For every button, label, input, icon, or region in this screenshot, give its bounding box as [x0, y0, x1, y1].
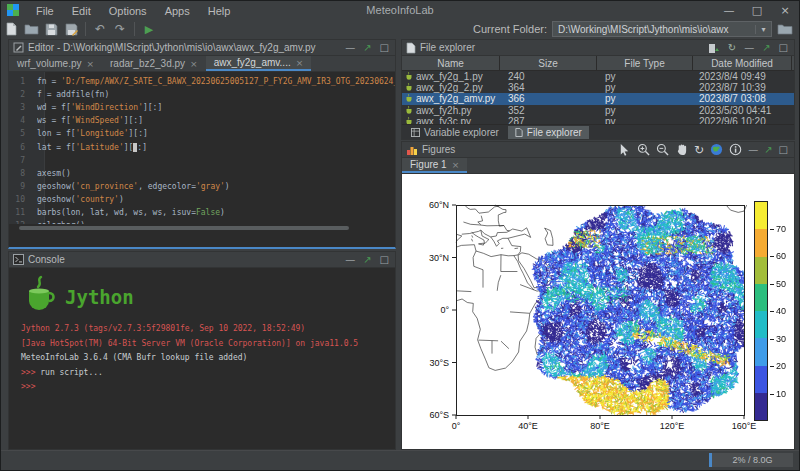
maximize-panel-icon[interactable]: □	[380, 43, 389, 53]
menu-help[interactable]: Help	[199, 5, 240, 17]
redo-button[interactable]: ↷	[110, 20, 130, 38]
globe-icon[interactable]	[710, 143, 723, 156]
save-button[interactable]	[41, 20, 61, 38]
close-tab-icon[interactable]: ×	[452, 160, 460, 170]
colorbar-segment	[755, 393, 767, 420]
python-file-icon	[405, 72, 413, 81]
code-line-8[interactable]: 8axesm()	[9, 167, 395, 180]
code-line-7[interactable]: 7	[9, 154, 395, 167]
table-row-awx_fy2g_amv.py[interactable]: awx_fy2g_amv.py366py2023/8/7 03:08	[402, 93, 794, 104]
maximize-panel-icon[interactable]: □	[779, 145, 788, 155]
chevron-down-icon[interactable]: ▾	[755, 25, 771, 34]
tab-file-explorer[interactable]: File explorer	[508, 126, 589, 139]
colorbar-tick-label: 30	[776, 335, 800, 344]
meteoinfolab-window: FileEditOptionsAppsHelp MeteoInfoLab — □…	[0, 0, 800, 471]
tab-label: File explorer	[527, 127, 582, 138]
minimize-panel-icon[interactable]: —	[744, 43, 754, 53]
cursor-icon[interactable]	[618, 143, 631, 156]
float-panel-icon[interactable]: ↗	[363, 43, 371, 53]
open-folder-button[interactable]	[21, 20, 41, 38]
pan-hand-icon[interactable]	[675, 143, 688, 156]
refresh-icon[interactable]: ↻	[728, 43, 736, 53]
code-text: lon = f['Longitude'][:]	[37, 129, 148, 138]
menu-file[interactable]: File	[27, 5, 63, 17]
minimize-panel-icon[interactable]: —	[345, 43, 355, 53]
run-icon: ▶	[145, 23, 153, 36]
zoom-out-icon[interactable]	[656, 143, 669, 156]
code-line-4[interactable]: 4ws = f['WindSpeed'][:]	[9, 114, 395, 127]
tab-variable-explorer[interactable]: Variable explorer	[404, 126, 506, 139]
identify-info-icon[interactable]	[729, 143, 742, 156]
minimize-panel-icon[interactable]: —	[748, 145, 758, 155]
open-in-editor-icon[interactable]	[708, 42, 720, 54]
column-header-name[interactable]: Name	[402, 56, 500, 70]
tab-figure-1[interactable]: Figure 1 ×	[402, 158, 467, 173]
new-file-button[interactable]	[1, 20, 21, 38]
code-line-3[interactable]: 3wd = f['WindDirection'][:]	[9, 101, 395, 114]
close-tab-icon[interactable]: ×	[190, 59, 198, 69]
save-as-button[interactable]	[61, 20, 81, 38]
close-tab-icon[interactable]: ×	[86, 59, 94, 69]
editor-tab-awx-fy2g-amv-[interactable]: awx_fy2g_amv....×	[206, 56, 312, 71]
current-folder-combo[interactable]: D:\Working\MIScript\Jython\mis\io\awx ▾	[552, 21, 772, 37]
colorbar-tick	[770, 366, 774, 367]
current-folder-label: Current Folder:	[473, 23, 547, 35]
table-row-awx_fy2h.py[interactable]: awx_fy2h.py352py2023/5/30 04:41	[402, 105, 794, 116]
tab-label: awx_fy2g_amv....	[214, 57, 291, 68]
scrollbar-thumb[interactable]	[19, 226, 349, 230]
close-tab-icon[interactable]: ×	[296, 58, 304, 68]
file-date-modified: 2023/8/7 10:39	[693, 82, 792, 93]
code-line-9[interactable]: 9geoshow('cn_province', edgecolor='gray'…	[9, 180, 395, 193]
zoom-in-icon[interactable]	[637, 143, 650, 156]
table-row-awx_fy2g_1.py[interactable]: awx_fy2g_1.py240py2023/8/4 09:49	[402, 71, 794, 82]
menu-options[interactable]: Options	[100, 5, 156, 17]
editor-tab-wrf-volume-py[interactable]: wrf_volume.py×	[9, 56, 102, 71]
file-type: py	[597, 93, 693, 104]
maximize-panel-icon[interactable]: □	[380, 255, 389, 265]
figure-canvas-area[interactable]: 0°40°E80°E120°E160°E60°N30°N0°30°S60°S 1…	[402, 174, 794, 449]
browse-folder-button[interactable]	[777, 23, 793, 35]
editor-tab-radar-bz2-3d-py[interactable]: radar_bz2_3d.py×	[102, 56, 206, 71]
memory-indicator[interactable]: 2% / 8.0G	[709, 453, 793, 467]
menu-apps[interactable]: Apps	[156, 5, 199, 17]
line-number: 10	[9, 195, 37, 204]
code-line-10[interactable]: 10geoshow('country')	[9, 193, 395, 206]
menu-edit[interactable]: Edit	[63, 5, 100, 17]
code-line-1[interactable]: 1fn = 'D:/Temp/AWX/Z_SATE_C_BAWX_2023062…	[9, 75, 395, 88]
file-size: 240	[500, 71, 597, 82]
y-tick-label: 30°N	[429, 253, 449, 263]
colorbar-tick	[770, 311, 774, 312]
console-lines: Jython 2.7.3 (tags/v2.7.3:5f29801fe, Sep…	[21, 324, 395, 397]
code-line-11[interactable]: 11barbs(lon, lat, wd, ws, ws, isuv=False…	[9, 206, 395, 219]
colorbar-tick-label: 70	[776, 225, 800, 234]
float-panel-icon[interactable]: ↗	[764, 145, 772, 155]
code-line-2[interactable]: 2f = addfile(fn)	[9, 88, 395, 101]
file-size: 352	[500, 105, 597, 116]
jython-logo-text: Jython	[65, 286, 134, 308]
window-maximize-button[interactable]: □	[743, 4, 771, 17]
column-header-date-modified[interactable]: Date Modified	[693, 56, 792, 70]
x-tick-label: 80°E	[590, 421, 610, 431]
code-line-5[interactable]: 5lon = f['Longitude'][:]	[9, 127, 395, 140]
column-header-size[interactable]: Size	[500, 56, 597, 70]
window-close-button[interactable]: ×	[771, 4, 799, 17]
line-number: 11	[9, 208, 37, 217]
file-size: 366	[500, 93, 597, 104]
float-panel-icon[interactable]: ↗	[363, 255, 371, 265]
console-output[interactable]: Jython Jython 2.7.3 (tags/v2.7.3:5f29801…	[9, 268, 395, 397]
table-row-awx_fy2g_2.py[interactable]: awx_fy2g_2.py364py2023/8/7 10:39	[402, 82, 794, 93]
file-type: py	[597, 82, 693, 93]
float-panel-icon[interactable]: ↗	[762, 43, 770, 53]
window-minimize-button[interactable]: —	[715, 4, 743, 17]
maximize-panel-icon[interactable]: □	[779, 43, 788, 53]
code-text: wd = f['WindDirection'][:]	[37, 103, 162, 112]
code-area[interactable]: 1fn = 'D:/Temp/AWX/Z_SATE_C_BAWX_2023062…	[9, 72, 395, 232]
file-name: awx_fy2g_amv.py	[416, 93, 495, 104]
column-header-file-type[interactable]: File Type	[597, 56, 693, 70]
run-script-button[interactable]: ▶	[139, 20, 159, 38]
undo-button[interactable]: ↶	[90, 20, 110, 38]
line-number: 7	[9, 156, 37, 165]
code-line-6[interactable]: 6lat = f['Latitude'][:]	[9, 140, 395, 153]
rotate-icon[interactable]: ↻	[694, 145, 704, 155]
minimize-panel-icon[interactable]: —	[345, 255, 355, 265]
